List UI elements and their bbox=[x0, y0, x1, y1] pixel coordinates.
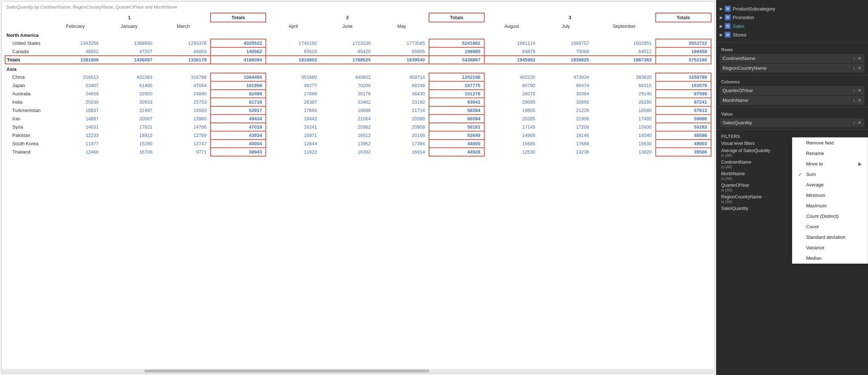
data-cell: 49277 bbox=[266, 81, 320, 90]
tree-item-label: Promotion bbox=[733, 15, 754, 20]
data-cell: 32950 bbox=[102, 90, 156, 98]
country-label: Iran bbox=[5, 115, 48, 123]
context-menu-item-maximum[interactable]: Maximum bbox=[792, 201, 868, 211]
tree-item-productsubcategory[interactable]: ▶⊞ProductSubcategory bbox=[716, 4, 868, 13]
data-cell: 14900 bbox=[484, 131, 539, 139]
table-scroll-area[interactable]: 1 Totals 2 Totals 3 Totals February Janu… bbox=[2, 11, 714, 369]
data-cell: 20982 bbox=[320, 123, 374, 131]
columns-field-pill[interactable]: MonthName↕✕ bbox=[720, 96, 864, 105]
horizontal-scrollbar[interactable] bbox=[2, 369, 714, 373]
data-cell: 16241 bbox=[266, 123, 320, 131]
context-menu-item-count-(distinct)[interactable]: Count (Distinct) bbox=[792, 211, 868, 221]
sort-icon[interactable]: ↕ bbox=[853, 88, 856, 93]
data-cell: 12789 bbox=[156, 131, 210, 139]
q1-totals-header: Totals bbox=[210, 13, 266, 22]
data-cell: 29140 bbox=[593, 90, 656, 98]
q3-totals-cell: 199458 bbox=[656, 47, 711, 56]
data-cell: 65610 bbox=[266, 47, 320, 56]
remove-icon[interactable]: ✕ bbox=[858, 65, 861, 71]
remove-icon[interactable]: ✕ bbox=[858, 98, 861, 103]
data-cell: 16512 bbox=[320, 131, 374, 139]
q2-totals-cell: 58394 bbox=[429, 106, 484, 115]
context-menu-item-rename[interactable]: Rename bbox=[792, 148, 868, 159]
context-menu-item-standard-deviation[interactable]: Standard deviation bbox=[792, 232, 868, 242]
country-label: Japan bbox=[5, 81, 48, 90]
context-menu-item-average[interactable]: Average bbox=[792, 180, 868, 190]
data-cell: 16392 bbox=[320, 148, 374, 156]
q1-totals-cell: 82499 bbox=[210, 90, 266, 98]
sort-icon[interactable]: ↕ bbox=[853, 120, 856, 125]
col-jun: June bbox=[320, 22, 374, 30]
table-row: Turkmenistan1683721497155835391717684189… bbox=[5, 106, 711, 115]
data-cell: 16580 bbox=[593, 106, 656, 115]
field-label: RegionCountryName bbox=[723, 65, 766, 71]
rows-field-pill[interactable]: ContinentName↕✕ bbox=[720, 54, 864, 63]
context-menu-item-count[interactable]: Count bbox=[792, 221, 868, 232]
tree-item-promotion[interactable]: ▶⊞Promotion bbox=[716, 13, 868, 22]
data-cell: 383635 bbox=[593, 73, 656, 81]
q2-totals-cell: 5241882 bbox=[429, 39, 484, 47]
sort-icon[interactable]: ↕ bbox=[853, 56, 856, 61]
remove-icon[interactable]: ✕ bbox=[858, 56, 861, 61]
q1-totals-cell: 40004 bbox=[210, 139, 266, 148]
data-cell: 402220 bbox=[484, 73, 539, 81]
q1-totals-cell: 81716 bbox=[210, 98, 266, 106]
tree-item-label: Sales bbox=[733, 23, 745, 29]
context-menu-item-minimum[interactable]: Minimum bbox=[792, 190, 868, 201]
table-row: Australia2465932950248908249927668351783… bbox=[5, 90, 711, 98]
sort-icon[interactable]: ↕ bbox=[853, 98, 856, 103]
data-cell: 26290 bbox=[593, 98, 656, 106]
tree-item-sales[interactable]: ▶⊞Sales bbox=[716, 22, 868, 30]
q1-totals-cell: 49434 bbox=[210, 115, 266, 123]
q3-totals-cell: 57613 bbox=[656, 106, 711, 115]
data-cell: 53407 bbox=[48, 81, 102, 90]
totals-row-cell: 1867363 bbox=[593, 56, 656, 64]
data-cell: 1869757 bbox=[539, 39, 593, 47]
field-icons: ↕✕ bbox=[853, 120, 862, 125]
totals-row-cell: 1391808 bbox=[48, 56, 102, 64]
totals-row-cell: 1788525 bbox=[320, 56, 374, 64]
context-menu-item-move-to[interactable]: Move to▶ bbox=[792, 159, 868, 169]
q1-totals-cell: 38943 bbox=[210, 148, 266, 156]
data-cell: 24659 bbox=[48, 90, 102, 98]
context-menu-item-sum[interactable]: ✓Sum bbox=[792, 169, 868, 180]
divider-3 bbox=[716, 107, 868, 107]
totals-row-cell: 1945992 bbox=[484, 56, 539, 64]
data-cell: 21564 bbox=[320, 115, 374, 123]
q2-totals-cell: 187775 bbox=[429, 81, 484, 90]
data-cell: 12530 bbox=[484, 148, 539, 156]
data-cell: 24890 bbox=[156, 90, 210, 98]
data-cell: 19805 bbox=[484, 106, 539, 115]
q3-totals-cell: 50283 bbox=[656, 123, 711, 131]
country-label: China bbox=[5, 73, 48, 81]
context-menu-item-remove-field[interactable]: Remove field bbox=[792, 138, 868, 148]
value-field-pill[interactable]: SalesQuantity↕✕ bbox=[720, 118, 864, 127]
data-cell: 14887 bbox=[48, 115, 102, 123]
divider-1 bbox=[716, 43, 868, 43]
q3-totals-cell: 5553722 bbox=[656, 39, 711, 47]
data-cell: 25030 bbox=[48, 98, 102, 106]
context-menu-item-median[interactable]: Median bbox=[792, 253, 868, 263]
table-caption: SalesQuantity by ContinentName, RegionCo… bbox=[2, 2, 714, 11]
data-cell: 15685 bbox=[484, 139, 539, 148]
columns-field-pill[interactable]: QuarterOfYear↕✕ bbox=[720, 86, 864, 95]
data-cell: 33462 bbox=[320, 98, 374, 106]
col-jul: July bbox=[539, 22, 593, 30]
remove-icon[interactable]: ✕ bbox=[858, 88, 861, 93]
data-cell: 25753 bbox=[156, 98, 210, 106]
h-scroll-thumb[interactable] bbox=[144, 370, 429, 372]
expand-icon: ▶ bbox=[720, 33, 723, 37]
data-cell: 20958 bbox=[374, 123, 429, 131]
tree-item-stores[interactable]: ▶⊞Stores bbox=[716, 30, 868, 39]
field-label: SalesQuantity bbox=[723, 120, 752, 125]
context-menu-item-variance[interactable]: Variance bbox=[792, 242, 868, 253]
rows-field-pill[interactable]: RegionCountryName↕✕ bbox=[720, 64, 864, 73]
remove-icon[interactable]: ✕ bbox=[858, 120, 861, 125]
table-row: Syria14631176211476647018162412098220958… bbox=[5, 123, 711, 131]
totals-row-label: Totals bbox=[5, 56, 48, 64]
table-row: South Korea11977152801274740004126441396… bbox=[5, 139, 711, 148]
table-panel: SalesQuantity by ContinentName, RegionCo… bbox=[1, 1, 715, 374]
context-menu-item-label: Rename bbox=[806, 151, 824, 156]
expand-icon: ▶ bbox=[720, 24, 723, 29]
sort-icon[interactable]: ↕ bbox=[853, 65, 856, 71]
